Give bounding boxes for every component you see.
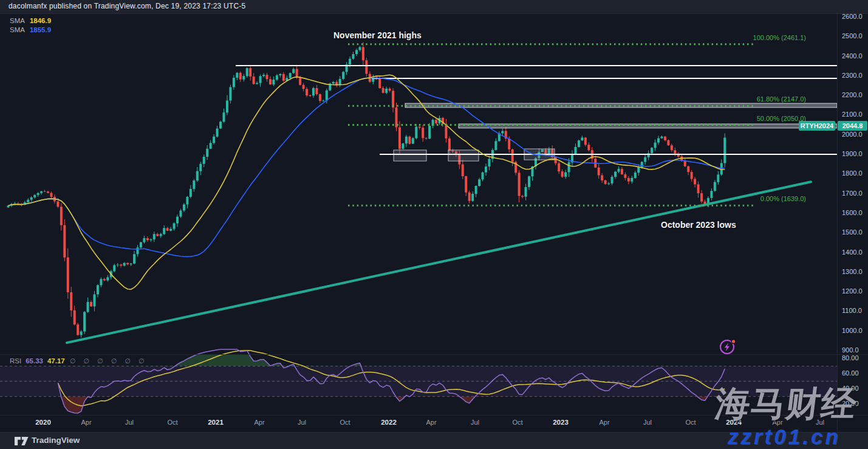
ideas-lightning-icon[interactable] [718,337,740,360]
time-axis-label[interactable]: Apr [426,419,436,426]
time-axis-label[interactable]: Oct [167,419,177,426]
watermark-url: zzrt01.cn [728,425,841,449]
time-axis-label[interactable]: Oct [685,419,695,426]
time-axis-label[interactable]: Jul [471,419,479,426]
rsi-empty-slots: ∅ ∅ ∅ ∅ ∅ ∅ [70,357,148,365]
sma1-value: 1846.9 [30,17,51,24]
time-axis-label[interactable]: 2023 [553,419,569,426]
price-axis-label[interactable]: 1300.0 [842,268,863,275]
notification-dot [731,340,736,344]
fib-level-label: 50.00% (2050.0) [757,115,806,122]
price-axis-label[interactable]: 1800.0 [842,170,863,177]
time-axis-label[interactable]: 2021 [208,419,224,426]
last-price-symbol-tag: RTYH2024 [799,121,835,131]
sma1-label: SMA [10,17,25,24]
time-axis-label[interactable]: Jul [298,419,306,426]
price-axis-label[interactable]: 1200.0 [842,287,863,295]
price-axis-label[interactable]: 1900.0 [842,150,863,157]
time-axis-label[interactable]: Jul [643,419,652,426]
sma2-value: 1855.9 [30,26,51,33]
rsi-axis-label[interactable]: 80.00 [842,354,859,362]
rsi-axis-label[interactable]: 60.00 [842,369,859,377]
publish-title: dacolmanfx published on TradingView.com,… [9,2,245,10]
price-axis-label[interactable]: 2500.0 [842,32,863,39]
time-axis-label[interactable]: Apr [81,419,91,426]
price-axis-label[interactable]: 2000.0 [842,131,863,138]
time-axis-label[interactable]: Jul [125,419,134,426]
fib-level-label: 0.00% (1639.0) [760,195,806,202]
price-axis-label[interactable]: 1000.0 [842,327,863,334]
rsi-ma-value: 47.17 [47,357,65,365]
tradingview-logo-icon[interactable] [15,437,29,448]
last-price-value-tag: 2044.8 [838,121,867,131]
annotation-november-2021-highs: November 2021 highs [333,30,422,40]
tradingview-published-chart: dacolmanfx published on TradingView.com,… [0,0,868,449]
rsi-value: 65.33 [26,357,43,365]
rsi-label: RSI [10,357,21,365]
price-axis-label[interactable]: 2300.0 [842,72,863,79]
sma2-label: SMA [10,26,25,33]
price-axis-label[interactable]: 2200.0 [842,91,863,98]
price-axis-label[interactable]: 1600.0 [842,209,863,216]
time-axis-label[interactable]: 2022 [381,419,397,426]
price-axis-label[interactable]: 1500.0 [842,228,863,236]
lightning-bolt-glyph [725,343,730,352]
sma-legend-row-1: SMA1846.9 [10,16,51,26]
time-axis-label[interactable]: Apr [599,419,609,426]
fib-level-label: 61.80% (2147.0) [757,95,806,103]
price-axis-label[interactable]: 2400.0 [842,52,863,60]
watermark-chinese: 海马财经 [713,381,859,428]
time-axis-label[interactable]: 2020 [35,419,51,426]
price-axis-label[interactable]: 1100.0 [842,307,862,314]
fib-level-label: 100.00% (2461.1) [753,34,806,41]
indicator-legend[interactable]: SMA1846.9 SMA1855.9 [10,16,51,35]
sma-legend-row-2: SMA1855.9 [10,26,51,35]
price-axis-separator [837,13,838,432]
tradingview-brand-text[interactable]: TradingView [32,436,80,445]
top-bar: dacolmanfx published on TradingView.com,… [0,0,868,14]
time-axis-label[interactable]: Oct [512,419,522,426]
price-axis-label[interactable]: 900.0 [842,346,859,354]
rsi-legend[interactable]: RSI65.3347.17∅ ∅ ∅ ∅ ∅ ∅ [10,357,148,365]
time-axis-label[interactable]: Apr [254,419,264,426]
price-axis-label[interactable]: 2100.0 [842,111,863,118]
time-axis-label[interactable]: Oct [340,419,350,426]
price-axis-label[interactable]: 1400.0 [842,248,863,256]
annotation-october-2023-lows: October 2023 lows [661,220,736,230]
price-axis-label[interactable]: 1700.0 [842,190,863,197]
